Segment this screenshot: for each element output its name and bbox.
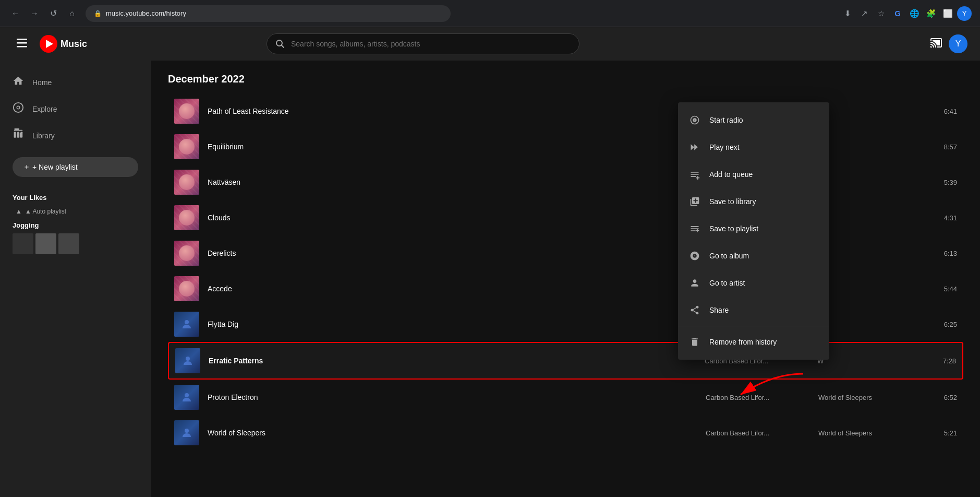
search-icon — [275, 39, 285, 49]
track-info: Derelicts — [208, 249, 697, 257]
jogging-section: Jogging — [0, 217, 151, 258]
track-thumbnail — [174, 241, 199, 266]
sidebar-item-explore[interactable]: Explore — [0, 96, 151, 122]
context-menu-item-go-artist[interactable]: Go to artist — [678, 269, 829, 297]
svg-rect-1 — [17, 42, 27, 44]
reload-button[interactable]: ↺ — [46, 6, 61, 21]
svg-rect-0 — [17, 39, 27, 40]
plus-icon: ＋ — [23, 162, 30, 172]
search-bar[interactable] — [267, 33, 579, 54]
track-name: Path of Least Resistance — [208, 107, 697, 115]
context-menu-item-play-next[interactable]: Play next — [678, 134, 829, 161]
context-menu-item-save-library[interactable]: Save to library — [678, 188, 829, 215]
logo-icon — [40, 35, 57, 53]
context-menu-item-add-queue[interactable]: Add to queue — [678, 161, 829, 188]
menu-button[interactable] — [13, 33, 31, 55]
track-row[interactable]: Path of Least Resistance Carbon Based Li… — [168, 93, 963, 129]
track-album: World of Sleepers — [818, 429, 923, 437]
context-label: Play next — [709, 143, 740, 151]
forward-button[interactable]: → — [27, 6, 42, 21]
track-row-highlighted[interactable]: Erratic Patterns Carbon Based Lifor... W… — [168, 342, 963, 380]
section-title: December 2022 — [168, 73, 963, 85]
track-name: Accede — [208, 285, 697, 293]
window-icon[interactable]: ⬜ — [940, 6, 955, 21]
cast-button[interactable] — [930, 37, 942, 52]
track-info: World of Sleepers — [208, 429, 697, 437]
track-name: Equilibrium — [208, 143, 697, 151]
svg-point-11 — [185, 320, 189, 324]
track-info: Equilibrium — [208, 143, 697, 151]
context-label: Remove from history — [709, 338, 777, 346]
search-input[interactable] — [291, 40, 571, 48]
auto-playlist-label: ▲ Auto playlist — [25, 208, 66, 215]
sidebar-item-home[interactable]: Home — [0, 69, 151, 96]
save-playlist-icon — [688, 222, 701, 235]
track-row[interactable]: Flytta Dig Carbon Based Lifor... W 6:25 — [168, 306, 963, 342]
home-button[interactable]: ⌂ — [65, 6, 79, 21]
svg-point-13 — [185, 393, 189, 397]
browser-profile-avatar[interactable]: Y — [957, 6, 972, 21]
sidebar-item-library[interactable]: Library — [0, 122, 151, 149]
context-menu-item-remove-history[interactable]: Remove from history — [678, 328, 829, 356]
track-duration: 6:41 — [931, 108, 957, 115]
track-row[interactable]: Clouds Carbon Based Lifor... De 4:31 — [168, 200, 963, 235]
track-row[interactable]: Accede Carbon Based Lifor... De 5:44 — [168, 271, 963, 306]
bookmark-icon[interactable]: ☆ — [874, 6, 888, 21]
share-browser-icon[interactable]: ↗ — [857, 6, 872, 21]
track-info: Path of Least Resistance — [208, 107, 697, 115]
track-info: Clouds — [208, 214, 697, 222]
svg-line-4 — [282, 45, 284, 48]
context-menu-item-go-album[interactable]: Go to album — [678, 242, 829, 269]
g-extension-icon[interactable]: G — [890, 6, 905, 21]
track-thumbnail — [174, 205, 199, 230]
main-layout: Home Explore Library ＋ + New playlist Yo… — [0, 61, 980, 497]
track-row[interactable]: Derelicts Carbon Based Lifor... De 6:13 — [168, 235, 963, 271]
puzzle-icon[interactable]: 🧩 — [924, 6, 938, 21]
context-label: Go to album — [709, 252, 749, 260]
address-bar[interactable]: 🔒 music.youtube.com/history — [86, 5, 451, 22]
context-menu: Start radio Play next — [678, 102, 829, 360]
track-row[interactable]: Equilibrium Carbon Based Lifor... De 8:5… — [168, 129, 963, 164]
jogging-title[interactable]: Jogging — [13, 221, 138, 229]
context-menu-item-share[interactable]: Share — [678, 297, 829, 324]
globe-icon[interactable]: 🌐 — [907, 6, 922, 21]
home-label: Home — [32, 78, 52, 87]
track-name: Proton Electron — [208, 393, 697, 401]
your-likes-label: Your Likes — [13, 194, 47, 202]
track-row[interactable]: Proton Electron Carbon Based Lifor... Wo… — [168, 380, 963, 415]
track-album: De — [818, 143, 923, 151]
track-name: World of Sleepers — [208, 429, 697, 437]
track-duration: 6:25 — [931, 321, 957, 328]
back-button[interactable]: ← — [8, 6, 23, 21]
track-row[interactable]: Nattväsen Carbon Based Lifor... De 5:39 — [168, 164, 963, 200]
track-duration: 4:31 — [931, 214, 957, 222]
your-likes-section: Your Likes — [0, 190, 151, 206]
track-name: Nattväsen — [208, 178, 697, 186]
new-playlist-button[interactable]: ＋ + New playlist — [13, 157, 138, 177]
svg-point-12 — [186, 357, 190, 361]
home-icon — [13, 75, 24, 89]
track-album: De — [818, 179, 923, 186]
track-row[interactable]: World of Sleepers Carbon Based Lifor... … — [168, 415, 963, 451]
share-icon — [688, 304, 701, 316]
context-label: Add to queue — [709, 170, 753, 179]
auto-playlist-item[interactable]: ▲ ▲ Auto playlist — [0, 206, 151, 217]
svg-point-6 — [17, 106, 20, 109]
track-name: Derelicts — [208, 249, 697, 257]
track-thumbnail — [174, 99, 199, 124]
profile-avatar[interactable]: Y — [949, 34, 967, 53]
download-icon[interactable]: ⬇ — [840, 6, 855, 21]
track-album: De — [818, 214, 923, 222]
artist-icon — [688, 277, 701, 289]
logo[interactable]: Music — [40, 35, 87, 53]
track-album: De — [818, 250, 923, 257]
context-menu-item-save-playlist[interactable]: Save to playlist — [678, 215, 829, 242]
svg-rect-7 — [14, 130, 23, 131]
add-queue-icon — [688, 168, 701, 181]
track-thumbnail — [174, 420, 199, 445]
svg-rect-8 — [14, 132, 16, 137]
jogging-thumbnails — [13, 233, 138, 254]
track-thumbnail — [174, 385, 199, 410]
svg-point-14 — [185, 429, 189, 433]
context-menu-item-start-radio[interactable]: Start radio — [678, 106, 829, 134]
